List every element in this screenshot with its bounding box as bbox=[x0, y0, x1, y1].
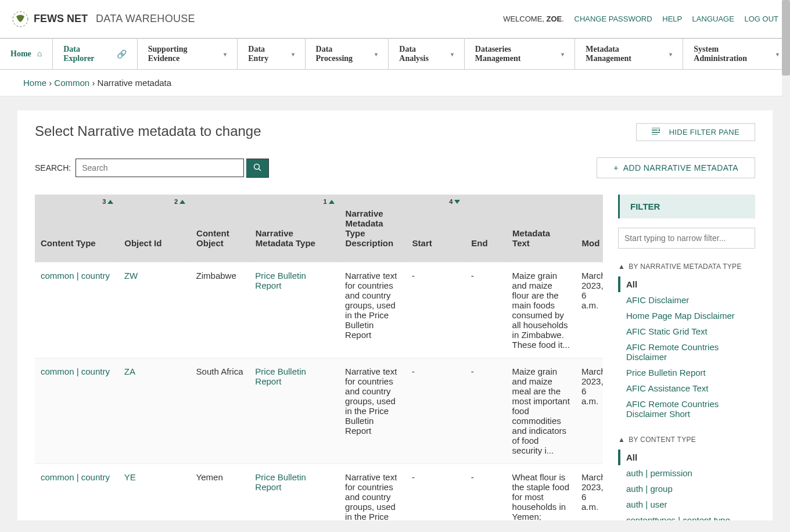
filter-toggle-icon bbox=[652, 128, 660, 136]
cell-nm-type[interactable]: Price Bulletin Report bbox=[249, 263, 339, 358]
nav-home[interactable]: Home ⌂ bbox=[0, 39, 53, 69]
filter-item[interactable]: AFIC Disclaimer bbox=[618, 292, 755, 308]
nav-data-processing[interactable]: Data Processing ▾ bbox=[306, 39, 389, 69]
table-row[interactable]: common | countryZASouth AfricaPrice Bull… bbox=[35, 358, 603, 464]
cell-content-object: Zimbabwe bbox=[191, 263, 250, 358]
hide-filter-pane-button[interactable]: HIDE FILTER PANE bbox=[636, 123, 755, 141]
cell-object-id[interactable]: ZA bbox=[119, 358, 191, 464]
col-modified[interactable]: Mod bbox=[576, 195, 602, 263]
col-narrative-metadata-type[interactable]: Narrative Metadata Type 1 bbox=[249, 195, 339, 263]
filter-item[interactable]: All bbox=[618, 276, 755, 292]
col-content-object-label: Content Object bbox=[196, 228, 229, 248]
breadcrumb-current: Narrative metadata bbox=[98, 78, 172, 88]
cell-start: - bbox=[406, 263, 465, 358]
filter-item[interactable]: contenttypes | content type bbox=[618, 512, 755, 520]
page-container: Select Narrative metadata to change HIDE… bbox=[17, 110, 773, 520]
help-link[interactable]: HELP bbox=[662, 15, 682, 23]
chevron-down-icon: ▾ bbox=[561, 51, 564, 57]
nav-data-explorer-label: Data Explorer bbox=[63, 45, 111, 63]
col-nm-type-label: Narrative Metadata Type bbox=[256, 228, 315, 248]
nav-data-entry[interactable]: Data Entry ▾ bbox=[238, 39, 305, 69]
page-title: Select Narrative metadata to change bbox=[35, 123, 261, 139]
scrollbar[interactable] bbox=[782, 0, 790, 520]
nav-system-admin-label: System Administration bbox=[694, 45, 770, 63]
col-content-type[interactable]: Content Type 3 bbox=[35, 195, 119, 263]
filter-item[interactable]: AFIC Static Grid Text bbox=[618, 323, 755, 339]
cell-nm-type[interactable]: Price Bulletin Report bbox=[249, 464, 339, 521]
filter-section-content-type[interactable]: ▲ BY CONTENT TYPE bbox=[618, 436, 755, 444]
filter-item[interactable]: auth | group bbox=[618, 481, 755, 497]
nav-dataseries-management[interactable]: Dataseries Management ▾ bbox=[465, 39, 575, 69]
cell-nm-desc: Narrative text for countries and country… bbox=[339, 358, 406, 464]
cell-nm-desc: Narrative text for countries and country… bbox=[339, 263, 406, 358]
username: ZOE bbox=[547, 15, 562, 23]
cell-object-id[interactable]: ZW bbox=[119, 263, 191, 358]
nav-system-administration[interactable]: System Administration ▾ bbox=[683, 39, 790, 69]
change-password-link[interactable]: CHANGE PASSWORD bbox=[574, 15, 652, 23]
filter-section2-label: BY CONTENT TYPE bbox=[629, 436, 696, 444]
col-modified-label: Mod bbox=[582, 238, 600, 248]
filter-item[interactable]: Home Page Map Disclaimer bbox=[618, 308, 755, 323]
nav-metadata-management[interactable]: Metadata Management ▾ bbox=[575, 39, 683, 69]
search-input[interactable] bbox=[76, 159, 244, 177]
cell-start: - bbox=[406, 464, 465, 521]
nav-dataseries-mgmt-label: Dataseries Management bbox=[475, 45, 555, 63]
breadcrumb-home[interactable]: Home bbox=[23, 78, 46, 88]
table-row[interactable]: common | countryYEYemenPrice Bulletin Re… bbox=[35, 464, 603, 521]
col-m-text-label: Metadata Text bbox=[512, 228, 550, 248]
filter-item[interactable]: AFIC Assistance Text bbox=[618, 380, 755, 396]
sort-indicator[interactable]: 4 bbox=[449, 198, 460, 205]
sort-desc-icon bbox=[454, 200, 460, 204]
scrollbar-thumb[interactable] bbox=[782, 0, 790, 76]
cell-content-type[interactable]: common | country bbox=[35, 358, 119, 464]
col-metadata-text[interactable]: Metadata Text bbox=[507, 195, 576, 263]
add-narrative-metadata-button[interactable]: + ADD NARRATIVE METADATA bbox=[597, 157, 755, 178]
col-content-object[interactable]: Content Object bbox=[191, 195, 250, 263]
cell-content-type[interactable]: common | country bbox=[35, 464, 119, 521]
welcome-suffix: . bbox=[562, 15, 564, 23]
search-button[interactable] bbox=[246, 159, 269, 178]
filter-item[interactable]: AFIC Remote Countries Disclaimer bbox=[618, 339, 755, 365]
cell-nm-type[interactable]: Price Bulletin Report bbox=[249, 358, 339, 464]
cell-object-id[interactable]: YE bbox=[119, 464, 191, 521]
col-start[interactable]: Start 4 bbox=[406, 195, 465, 263]
col-end[interactable]: End bbox=[465, 195, 507, 263]
cell-modified: March 2023, 6 a.m. bbox=[576, 263, 602, 358]
nav-supporting-evidence[interactable]: Supporting Evidence ▾ bbox=[138, 39, 238, 69]
chevron-down-icon: ▾ bbox=[224, 51, 227, 57]
breadcrumb-common[interactable]: Common bbox=[54, 78, 89, 88]
cell-content-type[interactable]: common | country bbox=[35, 263, 119, 358]
filter-item[interactable]: Price Bulletin Report bbox=[618, 365, 755, 380]
filter-search-input[interactable] bbox=[618, 228, 755, 249]
language-link[interactable]: LANGUAGE bbox=[692, 15, 734, 23]
main-nav: Home ⌂ Data Explorer 🔗 Supporting Eviden… bbox=[0, 38, 790, 70]
svg-point-1 bbox=[254, 164, 260, 169]
filter-item[interactable]: auth | user bbox=[618, 497, 755, 512]
sort-indicator[interactable]: 1 bbox=[323, 198, 334, 205]
logout-link[interactable]: LOG OUT bbox=[744, 15, 778, 23]
nav-supporting-evidence-label: Supporting Evidence bbox=[148, 45, 218, 63]
nav-data-entry-label: Data Entry bbox=[248, 45, 285, 63]
svg-line-2 bbox=[259, 168, 261, 171]
table-row[interactable]: common | countryZWZimbabwePrice Bulletin… bbox=[35, 263, 603, 358]
sort-indicator[interactable]: 3 bbox=[102, 198, 113, 205]
nav-data-analysis[interactable]: Data Analysis ▾ bbox=[389, 39, 465, 69]
col-object-id[interactable]: Object Id 2 bbox=[119, 195, 191, 263]
welcome-prefix: WELCOME, bbox=[503, 15, 546, 23]
filter-section-narrative-type[interactable]: ▲ BY NARRATIVE METADATA TYPE bbox=[618, 263, 755, 271]
chevron-down-icon: ▾ bbox=[776, 51, 779, 57]
cell-m-text: Maize grain and maize meal are the most … bbox=[507, 358, 576, 464]
chevron-down-icon: ▾ bbox=[375, 51, 378, 57]
app-header: FEWS NET DATA WAREHOUSE WELCOME, ZOE. CH… bbox=[0, 0, 790, 38]
col-start-label: Start bbox=[412, 238, 432, 248]
logo-block[interactable]: FEWS NET DATA WAREHOUSE bbox=[12, 10, 195, 28]
sort-indicator[interactable]: 2 bbox=[174, 198, 185, 205]
filter-item[interactable]: AFIC Remote Countries Disclaimer Short bbox=[618, 396, 755, 422]
nav-data-explorer[interactable]: Data Explorer 🔗 bbox=[53, 39, 138, 69]
add-button-label: ADD NARRATIVE METADATA bbox=[623, 163, 738, 172]
filter-item[interactable]: auth | permission bbox=[618, 465, 755, 481]
filter-item[interactable]: All bbox=[618, 450, 755, 465]
cell-start: - bbox=[406, 358, 465, 464]
filter-pane: FILTER ▲ BY NARRATIVE METADATA TYPE AllA… bbox=[618, 195, 755, 520]
col-narrative-metadata-type-description[interactable]: Narrative Metadata Type Description bbox=[339, 195, 406, 263]
